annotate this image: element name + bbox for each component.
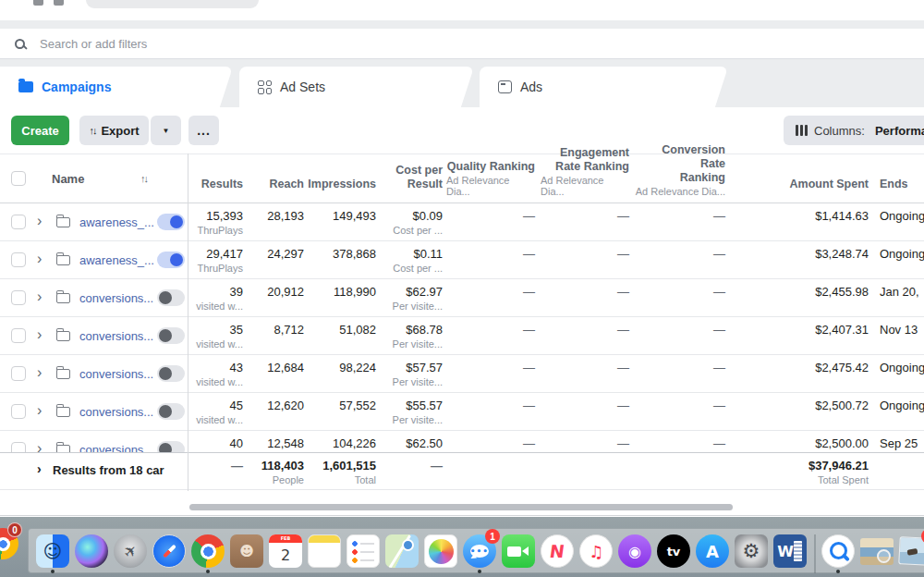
row-expand-chevron-icon[interactable]: › [37, 440, 42, 453]
row-expand-chevron-icon[interactable]: › [37, 326, 42, 343]
tab-ad-sets[interactable]: Ad Sets [239, 67, 456, 107]
engagement-ranking-cell: — [541, 285, 635, 300]
browser-button-stub-icon[interactable] [54, 0, 64, 6]
image-file-icon[interactable]: 1 [899, 534, 924, 568]
table-row: › conversions... 39visited w... 20,912 1… [0, 279, 924, 317]
select-all-checkbox[interactable] [11, 171, 26, 186]
summary-impressions: 1,601,515Total [310, 459, 382, 486]
contacts-icon[interactable]: ☻ [230, 534, 263, 568]
notification-badge: 1 [485, 529, 500, 544]
podcasts-icon[interactable]: ◉ [618, 534, 651, 568]
image-capture-icon[interactable] [860, 534, 894, 568]
row-expand-chevron-icon[interactable]: › [37, 402, 42, 419]
music-icon[interactable]: ♫ [579, 534, 613, 568]
calendar-icon[interactable]: FEB2 [269, 534, 302, 568]
col-header-ends[interactable]: Ends [880, 178, 924, 191]
running-indicator [206, 570, 210, 573]
engagement-ranking-cell: — [541, 323, 635, 338]
tab-ads[interactable]: Ads [480, 67, 710, 107]
campaign-name-link[interactable]: awareness_... [79, 253, 154, 267]
campaign-name-link[interactable]: conversions... [79, 329, 153, 343]
photos-icon[interactable] [424, 534, 457, 568]
reminders-icon[interactable] [346, 534, 380, 568]
summary-results: — [189, 459, 254, 473]
col-header-cost-per-result[interactable]: Cost per Result [382, 164, 446, 191]
settings-icon[interactable]: ⚙ [735, 534, 768, 568]
campaign-folder-icon [56, 293, 70, 303]
campaign-name-link[interactable]: awareness_... [79, 215, 154, 229]
amount-spent-cell: $2,475.42 [731, 361, 874, 375]
news-icon[interactable]: N [541, 534, 574, 568]
siri-icon[interactable] [75, 534, 108, 568]
amount-spent-cell: $2,500.72 [731, 399, 874, 413]
row-expand-chevron-icon[interactable]: › [37, 288, 42, 305]
campaign-name-link[interactable]: conversions... [79, 405, 153, 419]
horizontal-scrollbar[interactable] [189, 504, 733, 510]
results-cell: 15,393ThruPlays [189, 209, 254, 237]
row-checkbox[interactable] [11, 252, 26, 267]
partial-app-icon[interactable]: 0 [0, 528, 18, 559]
maps-icon[interactable] [385, 534, 419, 568]
summary-expand-chevron-icon[interactable]: › [37, 461, 42, 476]
row-checkbox[interactable] [11, 366, 26, 381]
row-checkbox[interactable] [11, 404, 26, 419]
sort-icon[interactable]: ↑↓ [140, 173, 147, 184]
campaign-active-toggle[interactable] [157, 214, 185, 230]
campaign-folder-icon [56, 217, 70, 227]
word-icon[interactable]: W [773, 534, 807, 568]
campaign-active-toggle[interactable] [157, 252, 185, 268]
campaign-folder-icon [56, 331, 70, 341]
dock: ☺✈☻FEB2•••1N♫◉tvA⚙W1 [28, 528, 924, 573]
row-checkbox[interactable] [11, 328, 26, 343]
browser-address-bar[interactable] [86, 0, 259, 8]
finder-icon[interactable]: ☺ [36, 534, 69, 568]
row-checkbox[interactable] [11, 290, 26, 305]
campaign-active-toggle[interactable] [157, 403, 185, 420]
chrome-icon[interactable] [191, 534, 225, 568]
more-options-button[interactable]: ... [188, 116, 219, 145]
campaign-active-toggle[interactable] [157, 327, 185, 344]
notification-badge: 0 [7, 522, 22, 537]
search-filter-input[interactable] [40, 37, 779, 51]
row-expand-chevron-icon[interactable]: › [37, 251, 42, 267]
launchpad-icon[interactable]: ✈ [114, 534, 147, 568]
ad-sets-grid-icon [258, 80, 272, 94]
tab-campaigns[interactable]: Campaigns [0, 67, 214, 107]
col-header-conversion-ranking[interactable]: Conversion Rate Ranking Ad Relevance Dia… [635, 143, 731, 197]
row-expand-chevron-icon[interactable]: › [37, 213, 42, 229]
row-checkbox[interactable] [11, 215, 26, 229]
notes-icon[interactable] [308, 534, 341, 568]
campaign-active-toggle[interactable] [157, 289, 185, 306]
col-header-quality-ranking[interactable]: Quality Ranking Ad Relevance Dia... [446, 160, 541, 197]
col-header-reach[interactable]: Reach [254, 178, 310, 191]
campaign-name-link[interactable]: conversions... [79, 367, 153, 381]
messages-icon[interactable]: •••1 [463, 534, 496, 568]
dock-divider [814, 534, 816, 573]
create-button[interactable]: Create [11, 116, 69, 145]
export-dropdown-button[interactable]: ▼ [151, 116, 181, 145]
results-cell: 43visited w... [189, 361, 254, 388]
impressions-cell: 118,990 [310, 285, 382, 300]
browser-toolbar-fragment [0, 0, 924, 20]
col-header-amount-spent[interactable]: Amount Spent [731, 178, 874, 191]
table-row: › conversions... 40visited w... 12,548 1… [0, 431, 924, 453]
ads-frame-icon [498, 80, 512, 93]
preview-icon[interactable] [821, 534, 855, 568]
row-expand-chevron-icon[interactable]: › [37, 364, 42, 381]
columns-button[interactable]: Columns: Performance [784, 116, 924, 145]
appstore-icon[interactable]: A [696, 534, 729, 568]
reach-cell: 20,912 [254, 285, 310, 300]
browser-button-stub-icon[interactable] [33, 0, 43, 6]
campaign-name-link[interactable]: conversions... [79, 291, 153, 305]
campaign-active-toggle[interactable] [157, 365, 185, 382]
facetime-icon[interactable] [502, 534, 535, 568]
tab-campaigns-label: Campaigns [42, 80, 111, 94]
cost-per-result-cell: $62.50Per visite... [382, 436, 446, 453]
appletv-icon[interactable]: tv [657, 534, 690, 568]
safari-icon[interactable] [152, 534, 186, 568]
col-header-engagement-ranking[interactable]: Engagement Rate Ranking Ad Relevance Dia… [541, 146, 635, 197]
export-button[interactable]: ↑↓ Export [79, 116, 149, 145]
col-header-results[interactable]: Results [189, 178, 254, 191]
running-indicator [478, 570, 481, 573]
col-header-impressions[interactable]: Impressions [310, 178, 382, 191]
